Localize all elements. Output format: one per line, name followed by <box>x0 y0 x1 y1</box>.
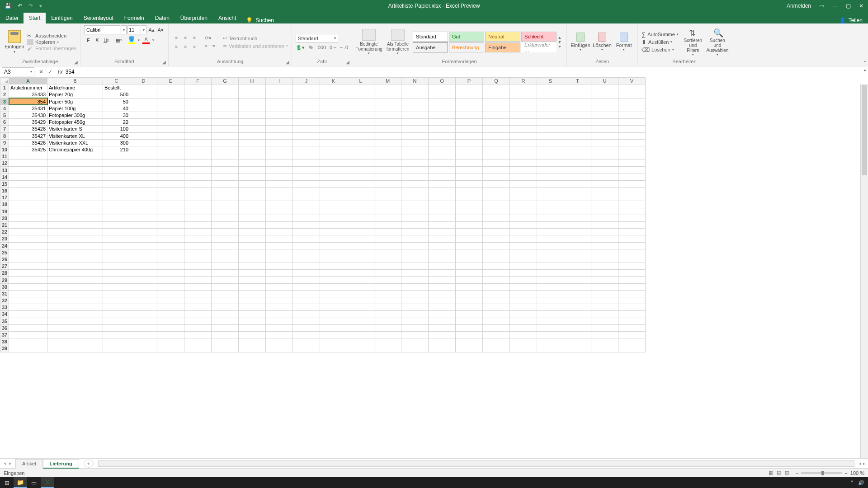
font-name-dropdown[interactable]: ▾ <box>121 25 127 34</box>
cell-J32[interactable] <box>293 297 320 304</box>
cell-K10[interactable] <box>320 146 347 153</box>
cell-F20[interactable] <box>184 215 212 221</box>
cell-C14[interactable] <box>103 174 130 180</box>
cell-T16[interactable] <box>564 188 591 194</box>
col-header-U[interactable]: U <box>591 78 618 84</box>
cell-U15[interactable] <box>591 180 618 187</box>
cell-U20[interactable] <box>591 215 618 221</box>
cell-C8[interactable]: 400 <box>103 132 130 139</box>
cell-D11[interactable] <box>130 153 157 160</box>
cell-P37[interactable] <box>456 331 483 338</box>
cell-Q36[interactable] <box>483 324 510 331</box>
cell-F19[interactable] <box>184 208 212 215</box>
cell-Q22[interactable] <box>483 229 510 235</box>
cell-P18[interactable] <box>456 201 483 208</box>
cell-M33[interactable] <box>374 304 401 311</box>
cell-T1[interactable] <box>564 84 591 91</box>
cell-H5[interactable] <box>239 112 266 118</box>
cell-S37[interactable] <box>537 331 564 338</box>
cell-G23[interactable] <box>212 235 239 242</box>
cell-U1[interactable] <box>591 84 618 91</box>
cell-B20[interactable] <box>47 215 103 221</box>
cell-T38[interactable] <box>564 338 591 345</box>
cell-P34[interactable] <box>456 311 483 318</box>
cell-E9[interactable] <box>157 139 184 146</box>
cell-M23[interactable] <box>374 235 401 242</box>
cell-L20[interactable] <box>347 215 374 221</box>
cell-V31[interactable] <box>618 290 646 297</box>
row-header-37[interactable]: 37 <box>0 331 9 338</box>
cell-K31[interactable] <box>320 290 347 297</box>
row-header-24[interactable]: 24 <box>0 242 9 249</box>
cell-Q3[interactable] <box>483 98 510 105</box>
cell-F38[interactable] <box>184 338 212 345</box>
cell-S25[interactable] <box>537 249 564 256</box>
cell-M30[interactable] <box>374 283 401 290</box>
cell-O6[interactable] <box>429 119 456 126</box>
cell-E17[interactable] <box>157 194 184 201</box>
cell-I21[interactable] <box>266 221 293 228</box>
cell-L17[interactable] <box>347 194 374 201</box>
cell-V13[interactable] <box>618 167 646 174</box>
tab-formeln[interactable]: Formeln <box>119 13 150 23</box>
cell-C32[interactable] <box>103 297 130 304</box>
cell-B32[interactable] <box>47 297 103 304</box>
cell-H2[interactable] <box>239 91 266 98</box>
cell-P11[interactable] <box>456 153 483 160</box>
cell-F8[interactable] <box>184 132 212 139</box>
cell-H8[interactable] <box>239 132 266 139</box>
cell-N25[interactable] <box>401 249 429 256</box>
cell-C36[interactable] <box>103 324 130 331</box>
cell-D20[interactable] <box>130 215 157 221</box>
cell-U39[interactable] <box>591 345 618 352</box>
cell-D31[interactable] <box>130 290 157 297</box>
cell-F31[interactable] <box>184 290 212 297</box>
cell-A2[interactable]: 35433 <box>9 91 47 98</box>
cell-I17[interactable] <box>266 194 293 201</box>
cell-style-eingabe[interactable]: Eingabe <box>485 42 520 52</box>
cell-A27[interactable] <box>9 263 47 270</box>
cell-H38[interactable] <box>239 338 266 345</box>
cell-D26[interactable] <box>130 256 157 263</box>
cell-C11[interactable] <box>103 153 130 160</box>
cell-Q9[interactable] <box>483 139 510 146</box>
cell-Q32[interactable] <box>483 297 510 304</box>
cell-J27[interactable] <box>293 263 320 270</box>
cell-H39[interactable] <box>239 345 266 352</box>
cell-G39[interactable] <box>212 345 239 352</box>
cell-L16[interactable] <box>347 188 374 194</box>
cell-V24[interactable] <box>618 242 646 249</box>
cell-V15[interactable] <box>618 180 646 187</box>
cell-H24[interactable] <box>239 242 266 249</box>
cell-T10[interactable] <box>564 146 591 153</box>
cell-T29[interactable] <box>564 277 591 283</box>
cell-L6[interactable] <box>347 119 374 126</box>
cell-J15[interactable] <box>293 180 320 187</box>
cell-C34[interactable] <box>103 311 130 318</box>
select-all-corner[interactable] <box>0 78 9 84</box>
cell-A5[interactable]: 35430 <box>9 112 47 118</box>
delete-cells-button[interactable]: Löschen▾ <box>592 33 612 52</box>
row-header-3[interactable]: 3 <box>0 98 9 105</box>
cell-I28[interactable] <box>266 270 293 277</box>
cell-T14[interactable] <box>564 174 591 180</box>
cell-B35[interactable] <box>47 318 103 324</box>
cell-Q25[interactable] <box>483 249 510 256</box>
cell-F22[interactable] <box>184 229 212 235</box>
cell-J8[interactable] <box>293 132 320 139</box>
increase-font-icon[interactable]: A▴ <box>147 26 156 34</box>
cell-G22[interactable] <box>212 229 239 235</box>
cell-B16[interactable] <box>47 188 103 194</box>
cell-B7[interactable]: Visitenkarten S <box>47 126 103 132</box>
cell-J16[interactable] <box>293 188 320 194</box>
decrease-decimal[interactable]: ←.0 <box>339 45 348 51</box>
row-header-31[interactable]: 31 <box>0 290 9 297</box>
cell-F4[interactable] <box>184 105 212 112</box>
cell-J11[interactable] <box>293 153 320 160</box>
cell-L28[interactable] <box>347 270 374 277</box>
accounting-format[interactable]: 💲▾ <box>296 45 305 51</box>
cell-C23[interactable] <box>103 235 130 242</box>
cell-E24[interactable] <box>157 242 184 249</box>
cell-Q21[interactable] <box>483 221 510 228</box>
cell-U16[interactable] <box>591 188 618 194</box>
